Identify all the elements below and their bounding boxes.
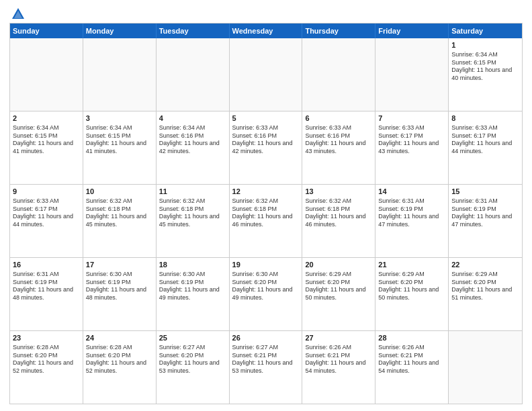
day-number: 13 [305, 187, 372, 197]
day-number: 19 [232, 260, 300, 270]
calendar-cell [10, 38, 83, 111]
day-number: 20 [305, 260, 372, 270]
day-header-tuesday: Tuesday [157, 24, 230, 38]
calendar-cell: 28Sunrise: 6:26 AM Sunset: 6:21 PM Dayli… [375, 331, 449, 404]
day-number: 11 [159, 187, 226, 197]
day-number: 4 [159, 113, 226, 124]
day-info: Sunrise: 6:29 AM Sunset: 6:20 PM Dayligh… [305, 271, 372, 302]
calendar: SundayMondayTuesdayWednesdayThursdayFrid… [9, 23, 523, 404]
calendar-cell: 4Sunrise: 6:34 AM Sunset: 6:16 PM Daylig… [157, 111, 230, 184]
page: SundayMondayTuesdayWednesdayThursdayFrid… [0, 0, 532, 411]
calendar-cell: 14Sunrise: 6:31 AM Sunset: 6:19 PM Dayli… [375, 185, 449, 257]
day-info: Sunrise: 6:33 AM Sunset: 6:17 PM Dayligh… [451, 124, 519, 156]
day-info: Sunrise: 6:30 AM Sunset: 6:19 PM Dayligh… [86, 271, 153, 302]
day-info: Sunrise: 6:27 AM Sunset: 6:21 PM Dayligh… [232, 344, 300, 375]
day-number: 27 [305, 333, 372, 343]
day-number: 12 [232, 187, 300, 197]
day-info: Sunrise: 6:32 AM Sunset: 6:18 PM Dayligh… [305, 197, 372, 229]
day-info: Sunrise: 6:29 AM Sunset: 6:20 PM Dayligh… [378, 271, 445, 302]
day-number: 7 [378, 113, 445, 124]
logo-area [9, 7, 26, 19]
calendar-cell: 21Sunrise: 6:29 AM Sunset: 6:20 PM Dayli… [375, 258, 449, 330]
day-number: 25 [159, 333, 226, 343]
calendar-cell: 25Sunrise: 6:27 AM Sunset: 6:20 PM Dayli… [157, 331, 230, 404]
day-info: Sunrise: 6:26 AM Sunset: 6:21 PM Dayligh… [378, 344, 445, 375]
day-info: Sunrise: 6:30 AM Sunset: 6:19 PM Dayligh… [159, 271, 226, 302]
day-info: Sunrise: 6:32 AM Sunset: 6:18 PM Dayligh… [159, 197, 226, 229]
day-info: Sunrise: 6:32 AM Sunset: 6:18 PM Dayligh… [86, 197, 153, 229]
day-header-saturday: Saturday [449, 24, 522, 38]
day-info: Sunrise: 6:34 AM Sunset: 6:15 PM Dayligh… [451, 51, 519, 83]
day-info: Sunrise: 6:27 AM Sunset: 6:20 PM Dayligh… [159, 344, 226, 375]
day-info: Sunrise: 6:33 AM Sunset: 6:17 PM Dayligh… [13, 197, 80, 229]
day-number: 5 [232, 113, 300, 124]
day-number: 18 [159, 260, 226, 270]
calendar-cell [302, 38, 375, 111]
day-info: Sunrise: 6:31 AM Sunset: 6:19 PM Dayligh… [378, 197, 445, 229]
day-number: 10 [86, 187, 153, 197]
calendar-cell: 27Sunrise: 6:26 AM Sunset: 6:21 PM Dayli… [302, 331, 375, 404]
day-number: 23 [13, 333, 80, 343]
calendar-cell: 13Sunrise: 6:32 AM Sunset: 6:18 PM Dayli… [302, 185, 375, 257]
day-number: 9 [13, 187, 80, 197]
day-header-monday: Monday [83, 24, 157, 38]
day-info: Sunrise: 6:31 AM Sunset: 6:19 PM Dayligh… [13, 271, 80, 302]
day-info: Sunrise: 6:33 AM Sunset: 6:17 PM Dayligh… [378, 124, 445, 156]
calendar-cell: 18Sunrise: 6:30 AM Sunset: 6:19 PM Dayli… [157, 258, 230, 330]
day-info: Sunrise: 6:26 AM Sunset: 6:21 PM Dayligh… [305, 344, 372, 375]
calendar-cell [375, 38, 449, 111]
day-info: Sunrise: 6:28 AM Sunset: 6:20 PM Dayligh… [13, 344, 80, 375]
day-header-sunday: Sunday [10, 24, 83, 38]
day-info: Sunrise: 6:34 AM Sunset: 6:15 PM Dayligh… [13, 124, 80, 156]
calendar-cell [157, 38, 230, 111]
calendar-cell: 23Sunrise: 6:28 AM Sunset: 6:20 PM Dayli… [10, 331, 83, 404]
calendar-cell: 6Sunrise: 6:33 AM Sunset: 6:16 PM Daylig… [302, 111, 375, 184]
logo-icon [11, 7, 26, 21]
calendar-header: SundayMondayTuesdayWednesdayThursdayFrid… [10, 24, 522, 38]
calendar-cell: 15Sunrise: 6:31 AM Sunset: 6:19 PM Dayli… [449, 185, 522, 257]
day-info: Sunrise: 6:28 AM Sunset: 6:20 PM Dayligh… [86, 344, 153, 375]
day-number: 8 [451, 113, 519, 124]
day-info: Sunrise: 6:31 AM Sunset: 6:19 PM Dayligh… [451, 197, 519, 229]
day-header-thursday: Thursday [302, 24, 375, 38]
calendar-cell: 19Sunrise: 6:30 AM Sunset: 6:20 PM Dayli… [230, 258, 303, 330]
day-header-friday: Friday [375, 24, 449, 38]
calendar-cell [449, 331, 522, 404]
calendar-cell: 17Sunrise: 6:30 AM Sunset: 6:19 PM Dayli… [83, 258, 157, 330]
calendar-cell: 20Sunrise: 6:29 AM Sunset: 6:20 PM Dayli… [302, 258, 375, 330]
calendar-cell: 12Sunrise: 6:32 AM Sunset: 6:18 PM Dayli… [230, 185, 303, 257]
calendar-cell [230, 38, 303, 111]
day-number: 26 [232, 333, 300, 343]
calendar-cell: 9Sunrise: 6:33 AM Sunset: 6:17 PM Daylig… [10, 185, 83, 257]
day-header-wednesday: Wednesday [230, 24, 303, 38]
day-info: Sunrise: 6:29 AM Sunset: 6:20 PM Dayligh… [451, 271, 519, 302]
calendar-week-2: 2Sunrise: 6:34 AM Sunset: 6:15 PM Daylig… [10, 111, 522, 184]
day-info: Sunrise: 6:34 AM Sunset: 6:15 PM Dayligh… [86, 124, 153, 156]
calendar-week-4: 16Sunrise: 6:31 AM Sunset: 6:19 PM Dayli… [10, 257, 522, 330]
day-number: 21 [378, 260, 445, 270]
calendar-week-3: 9Sunrise: 6:33 AM Sunset: 6:17 PM Daylig… [10, 184, 522, 257]
calendar-week-5: 23Sunrise: 6:28 AM Sunset: 6:20 PM Dayli… [10, 330, 522, 404]
calendar-cell: 24Sunrise: 6:28 AM Sunset: 6:20 PM Dayli… [83, 331, 157, 404]
day-number: 16 [13, 260, 80, 270]
day-info: Sunrise: 6:34 AM Sunset: 6:16 PM Dayligh… [159, 124, 226, 156]
day-number: 17 [86, 260, 153, 270]
calendar-cell: 7Sunrise: 6:33 AM Sunset: 6:17 PM Daylig… [375, 111, 449, 184]
calendar-cell: 5Sunrise: 6:33 AM Sunset: 6:16 PM Daylig… [230, 111, 303, 184]
day-number: 24 [86, 333, 153, 343]
calendar-cell: 2Sunrise: 6:34 AM Sunset: 6:15 PM Daylig… [10, 111, 83, 184]
calendar-body: 1Sunrise: 6:34 AM Sunset: 6:15 PM Daylig… [10, 38, 522, 404]
calendar-cell: 22Sunrise: 6:29 AM Sunset: 6:20 PM Dayli… [449, 258, 522, 330]
day-number: 22 [451, 260, 519, 270]
calendar-cell [83, 38, 157, 111]
day-number: 14 [378, 187, 445, 197]
calendar-cell: 3Sunrise: 6:34 AM Sunset: 6:15 PM Daylig… [83, 111, 157, 184]
day-number: 2 [13, 113, 80, 124]
day-number: 1 [451, 40, 519, 50]
day-info: Sunrise: 6:32 AM Sunset: 6:18 PM Dayligh… [232, 197, 300, 229]
header [9, 7, 523, 19]
day-info: Sunrise: 6:33 AM Sunset: 6:16 PM Dayligh… [232, 124, 300, 156]
day-number: 15 [451, 187, 519, 197]
calendar-cell: 10Sunrise: 6:32 AM Sunset: 6:18 PM Dayli… [83, 185, 157, 257]
day-number: 6 [305, 113, 372, 124]
